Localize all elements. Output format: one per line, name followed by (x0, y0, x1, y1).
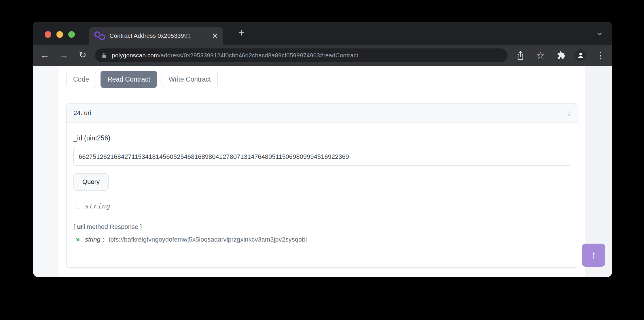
forward-button[interactable]: → (56, 45, 71, 66)
method-card-uri: 24. uri ↓ _id (uint256) Query ∟ string [… (66, 103, 578, 268)
url-domain: polygonscan.com (112, 52, 159, 59)
minimize-window-button[interactable] (56, 31, 63, 38)
response-ipfs-value: ipfs://bafkreigfvngoydofemwj5x5ioqsaqarv… (109, 236, 307, 243)
return-type-name: string (85, 202, 110, 210)
method-card-title: 24. uri (73, 109, 91, 117)
bookmark-star-icon[interactable]: ☆ (533, 45, 548, 66)
address-bar[interactable]: polygonscan.com/address/0x2953399124f0cb… (95, 48, 507, 62)
response-separator: : (103, 236, 105, 243)
page-content: Code Read Contract Write Contract 24. ur… (33, 66, 612, 277)
scroll-to-top-button[interactable]: ↑ (582, 244, 605, 267)
return-type-row: ∟ string (73, 202, 571, 210)
browser-toolbar: ← → ↻ polygonscan.com/address/0x29533991… (33, 45, 612, 66)
close-tab-icon[interactable]: ✕ (212, 27, 218, 45)
zoom-window-button[interactable] (68, 31, 75, 38)
reload-button[interactable]: ↻ (75, 45, 90, 66)
tab-strip: Contract Address 0x29533991 ✕ + ⌄ (33, 22, 612, 45)
close-window-button[interactable] (45, 31, 51, 38)
param-label: _id (uint256) (73, 134, 571, 142)
method-card-header[interactable]: 24. uri ↓ (67, 103, 578, 123)
tab-read-contract-button[interactable]: Read Contract (101, 71, 157, 88)
method-response: [ uri method Response ] » string : ipfs:… (73, 223, 571, 244)
response-header-text: method Response ] (87, 223, 142, 230)
avatar (575, 49, 587, 61)
return-angle-icon: ∟ (73, 202, 81, 210)
response-value-row: » string : ipfs://bafkreigfvngoydofemwj5… (73, 235, 571, 244)
method-card-body: _id (uint256) Query ∟ string [ uri metho… (67, 123, 578, 244)
response-bracket-open: [ (73, 223, 75, 230)
url-path: /address/0x2953399124f0cbb46d2cbacd8a89c… (159, 52, 358, 59)
response-value-type: string (85, 236, 101, 243)
tab-title-fade (181, 27, 196, 45)
browser-window: Contract Address 0x29533991 ✕ + ⌄ ← → ↻ … (33, 22, 612, 277)
response-chevrons-icon: » (76, 235, 80, 244)
param-id-input[interactable] (73, 148, 571, 166)
response-method-name: uri (77, 223, 85, 230)
browser-menu-icon[interactable]: ⋮ (593, 45, 608, 66)
page-left-margin (33, 66, 58, 277)
extensions-puzzle-icon[interactable] (554, 45, 569, 66)
browser-tab[interactable]: Contract Address 0x29533991 ✕ (89, 27, 223, 45)
share-icon[interactable] (513, 45, 528, 66)
new-tab-button[interactable]: + (235, 26, 249, 40)
tab-write-contract-button[interactable]: Write Contract (162, 71, 218, 88)
chevron-down-icon[interactable]: ⌄ (595, 26, 604, 38)
contract-tab-buttons: Code Read Contract Write Contract (66, 71, 218, 88)
tab-code-button[interactable]: Code (66, 71, 96, 88)
profile-avatar[interactable] (573, 45, 588, 66)
polygon-logo-icon (94, 31, 105, 40)
lock-icon[interactable] (101, 52, 107, 59)
query-button[interactable]: Query (73, 173, 109, 191)
back-button[interactable]: ← (37, 45, 52, 66)
collapse-arrow-icon[interactable]: ↓ (567, 108, 571, 118)
response-header: [ uri method Response ] (73, 223, 571, 231)
